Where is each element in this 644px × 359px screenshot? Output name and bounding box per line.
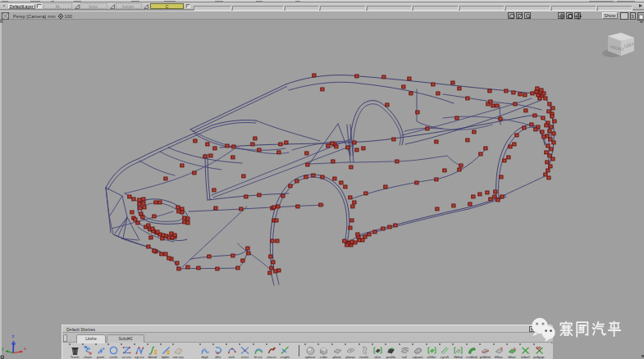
svg-text:y: y	[2, 346, 4, 351]
svg-text:z: z	[12, 334, 15, 339]
svg-text:x: x	[24, 346, 26, 351]
